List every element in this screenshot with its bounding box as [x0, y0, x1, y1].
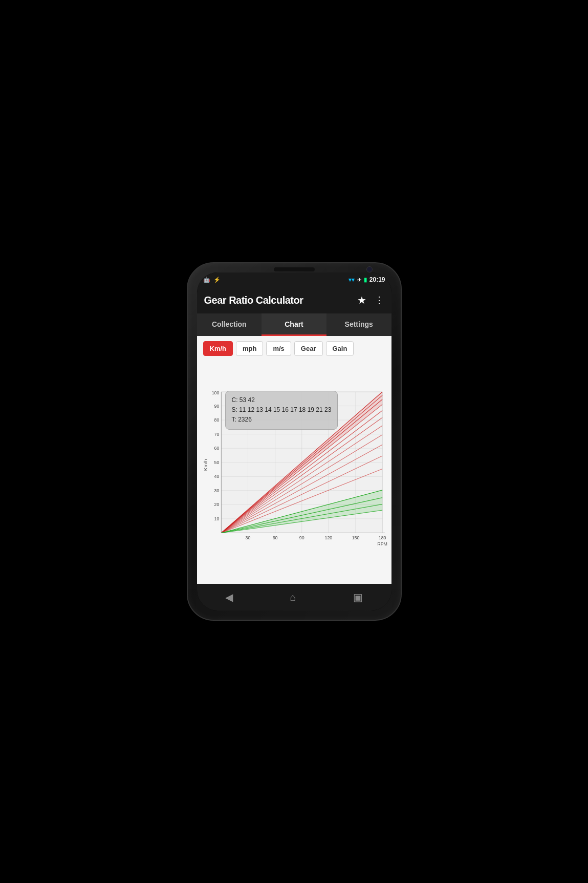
svg-text:70: 70 [214, 432, 219, 437]
chart-tooltip: C: 53 42 S: 11 12 13 14 15 16 17 18 19 2… [225, 391, 338, 430]
app-bar: Gear Ratio Calculator ★ ⋮ [197, 287, 391, 313]
usb-icon: ⚡ [213, 277, 221, 283]
svg-text:60: 60 [272, 535, 277, 540]
back-button[interactable]: ◀ [225, 591, 233, 603]
status-bar: 🤖 ⚡ ▾▾ ✈ ▮ 20:19 [197, 272, 391, 287]
kmh-button[interactable]: Km/h [203, 341, 233, 356]
tooltip-line2: S: 11 12 13 14 15 16 17 18 19 21 23 [232, 405, 332, 415]
svg-text:150: 150 [352, 535, 359, 540]
svg-text:30: 30 [214, 488, 219, 493]
svg-text:50: 50 [214, 460, 219, 465]
tab-chart[interactable]: Chart [262, 313, 326, 336]
svg-text:10: 10 [214, 516, 219, 521]
svg-text:180: 180 [378, 535, 386, 540]
svg-text:40: 40 [214, 474, 219, 479]
airplane-icon: ✈ [357, 277, 361, 283]
star-icon[interactable]: ★ [357, 294, 366, 306]
gain-button[interactable]: Gain [326, 341, 354, 356]
speaker [274, 267, 315, 271]
tabs-bar: Collection Chart Settings [197, 313, 391, 336]
svg-text:120: 120 [324, 535, 332, 540]
svg-text:90: 90 [299, 535, 304, 540]
svg-text:RPM: RPM [377, 541, 387, 546]
chart-svg-wrapper: Km/h 10 20 30 40 50 60 70 80 90 100 30 6… [197, 360, 391, 584]
recent-apps-button[interactable]: ▣ [353, 591, 363, 603]
svg-text:60: 60 [214, 446, 219, 451]
status-left-icons: 🤖 ⚡ [203, 277, 221, 283]
battery-icon: ▮ [364, 277, 367, 283]
phone-device: 🤖 ⚡ ▾▾ ✈ ▮ 20:19 Gear Ratio Calculator ★… [187, 262, 402, 621]
svg-text:20: 20 [214, 502, 219, 507]
tab-settings[interactable]: Settings [326, 313, 391, 336]
camera [366, 266, 373, 272]
ms-button[interactable]: m/s [266, 341, 291, 356]
tooltip-line1: C: 53 42 [232, 395, 332, 405]
gear-button[interactable]: Gear [294, 341, 323, 356]
svg-text:Km/h: Km/h [202, 459, 208, 471]
status-right: ▾▾ ✈ ▮ 20:19 [349, 276, 385, 283]
app-bar-icons: ★ ⋮ [357, 294, 384, 306]
home-button[interactable]: ⌂ [290, 592, 296, 603]
phone-screen: 🤖 ⚡ ▾▾ ✈ ▮ 20:19 Gear Ratio Calculator ★… [197, 272, 391, 611]
app-title: Gear Ratio Calculator [204, 295, 357, 306]
chart-container: Km/h mph m/s Gear Gain [197, 336, 391, 584]
clock: 20:19 [369, 276, 385, 283]
mph-button[interactable]: mph [236, 341, 263, 356]
tooltip-line3: T: 2326 [232, 415, 332, 425]
svg-text:90: 90 [214, 404, 219, 409]
svg-text:80: 80 [214, 417, 219, 423]
svg-text:30: 30 [245, 535, 250, 540]
nav-bar: ◀ ⌂ ▣ [197, 584, 391, 611]
svg-text:100: 100 [211, 390, 219, 395]
overflow-menu-icon[interactable]: ⋮ [375, 295, 384, 306]
android-icon: 🤖 [203, 277, 210, 283]
unit-buttons: Km/h mph m/s Gear Gain [197, 336, 391, 360]
wifi-icon: ▾▾ [349, 277, 355, 283]
tab-collection[interactable]: Collection [197, 313, 262, 336]
